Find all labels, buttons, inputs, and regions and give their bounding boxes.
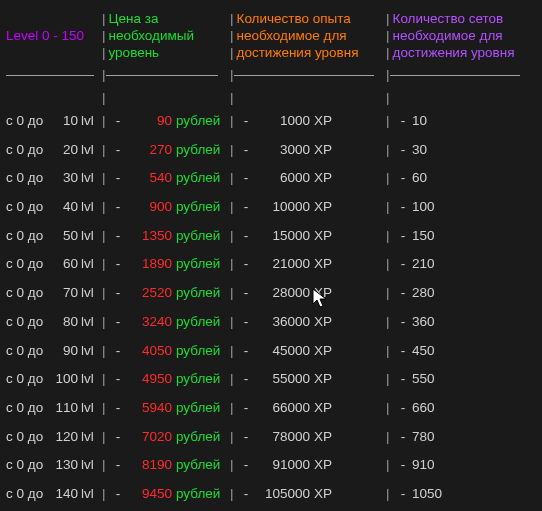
currency-label: рублей [176, 138, 220, 163]
level-to: 110 [52, 396, 78, 421]
xp-label: XP [314, 367, 332, 392]
col-sep: | [230, 281, 240, 306]
xp-label: XP [314, 166, 332, 191]
col-sep: | [386, 109, 394, 134]
price-value: 4050 [124, 339, 172, 364]
currency-label: рублей [176, 281, 220, 306]
xp-value: 21000 [252, 252, 310, 277]
col-sep: | [230, 367, 240, 392]
xp-cell: |-36000XP [230, 308, 386, 337]
xp-label: XP [314, 109, 332, 134]
sets-cell: |-10 [386, 107, 531, 136]
col-sep: | [102, 310, 112, 335]
price-value: 3240 [124, 310, 172, 335]
xp-label: XP [314, 252, 332, 277]
lvl-label: lvl [81, 339, 94, 364]
level-range: с 0 до20lvl [6, 136, 102, 165]
sets-value: 360 [412, 310, 450, 335]
level-to: 30 [52, 166, 78, 191]
price-value: 1890 [124, 252, 172, 277]
xp-value: 3000 [252, 138, 310, 163]
col-sep: | [386, 252, 394, 277]
sets-cell: |-30 [386, 136, 531, 165]
sets-value: 30 [412, 138, 450, 163]
price-cell: |-900рублей [102, 193, 230, 222]
sets-value: 280 [412, 281, 450, 306]
sets-value: 780 [412, 425, 450, 450]
col-sep: | [102, 453, 112, 478]
level-to: 60 [52, 252, 78, 277]
xp-value: 1000 [252, 109, 310, 134]
col-sep: | [386, 453, 394, 478]
col-sep: | [386, 339, 394, 364]
col-sep: | [230, 396, 240, 421]
xp-cell: |-10000XP [230, 193, 386, 222]
col-sep: | [230, 224, 240, 249]
sets-cell: |-1050 [386, 480, 531, 509]
hdr-sets: |Количество сетов |необходимое для |дост… [386, 8, 531, 66]
from-label: с 0 до [6, 281, 52, 306]
currency-label: рублей [176, 224, 220, 249]
currency-label: рублей [176, 310, 220, 335]
level-to: 10 [52, 109, 78, 134]
level-to: 70 [52, 281, 78, 306]
col-sep: | [386, 281, 394, 306]
col-sep: | [102, 339, 112, 364]
xp-label: XP [314, 281, 332, 306]
col-sep: | [102, 224, 112, 249]
sets-cell: |-550 [386, 365, 531, 394]
price-cell: |-9450рублей [102, 480, 230, 509]
price-value: 4950 [124, 367, 172, 392]
spacer: | [102, 88, 230, 107]
level-to: 20 [52, 138, 78, 163]
xp-cell: |-6000XP [230, 164, 386, 193]
xp-value: 6000 [252, 166, 310, 191]
xp-value: 45000 [252, 339, 310, 364]
level-range: с 0 до80lvl [6, 308, 102, 337]
xp-label: XP [314, 396, 332, 421]
level-range: с 0 до140lvl [6, 480, 102, 509]
col-sep: | [230, 166, 240, 191]
level-to: 90 [52, 339, 78, 364]
col-sep: | [230, 310, 240, 335]
from-label: с 0 до [6, 310, 52, 335]
hdr-price: |Цена за |необходимый |уровень [102, 8, 230, 66]
price-cell: |-90рублей [102, 107, 230, 136]
col-sep: | [230, 195, 240, 220]
sets-value: 10 [412, 109, 450, 134]
sets-value: 60 [412, 166, 450, 191]
xp-value: 78000 [252, 425, 310, 450]
xp-value: 28000 [252, 281, 310, 306]
lvl-label: lvl [81, 453, 94, 478]
xp-value: 91000 [252, 453, 310, 478]
sets-value: 450 [412, 339, 450, 364]
xp-cell: |-15000XP [230, 222, 386, 251]
spacer [6, 88, 102, 107]
xp-cell: |-105000XP [230, 480, 386, 509]
price-cell: |-1350рублей [102, 222, 230, 251]
from-label: с 0 до [6, 224, 52, 249]
sets-value: 210 [412, 252, 450, 277]
price-cell: |-1890рублей [102, 250, 230, 279]
xp-value: 105000 [252, 482, 310, 507]
level-range: с 0 до30lvl [6, 164, 102, 193]
col-sep: | [102, 195, 112, 220]
xp-cell: |-55000XP [230, 365, 386, 394]
hdr-xp: |Количество опыта |необходимое для |дост… [230, 8, 386, 66]
xp-label: XP [314, 310, 332, 335]
xp-label: XP [314, 138, 332, 163]
level-to: 80 [52, 310, 78, 335]
sets-cell: |-660 [386, 394, 531, 423]
col-sep: | [386, 224, 394, 249]
xp-cell: |-66000XP [230, 394, 386, 423]
xp-label: XP [314, 453, 332, 478]
price-cell: |-5940рублей [102, 394, 230, 423]
col-sep: | [386, 425, 394, 450]
currency-label: рублей [176, 453, 220, 478]
underline-xp: | [230, 66, 386, 88]
col-sep: | [386, 396, 394, 421]
col-sep: | [102, 138, 112, 163]
col-sep: | [230, 339, 240, 364]
lvl-label: lvl [81, 367, 94, 392]
level-to: 140 [52, 482, 78, 507]
